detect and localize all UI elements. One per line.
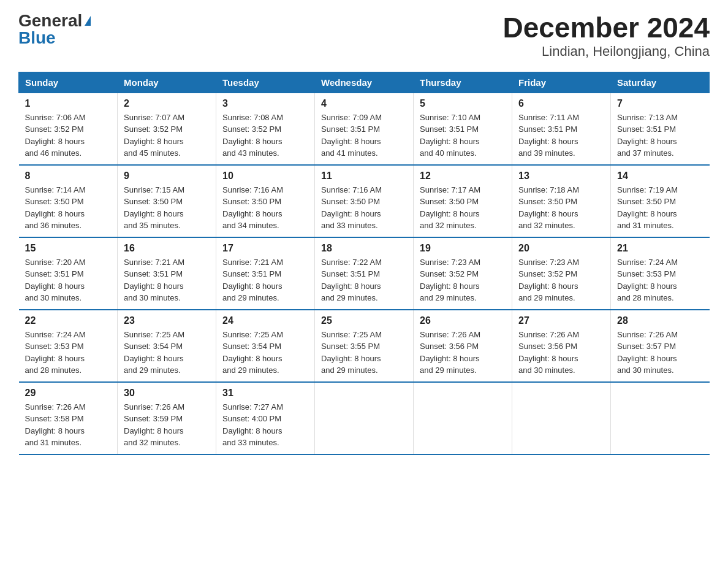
day-info: Sunrise: 7:23 AM Sunset: 3:52 PM Dayligh… [420, 256, 506, 304]
day-number: 26 [420, 315, 506, 326]
calendar-cell: 20Sunrise: 7:23 AM Sunset: 3:52 PM Dayli… [512, 237, 611, 310]
calendar-cell: 18Sunrise: 7:22 AM Sunset: 3:51 PM Dayli… [315, 237, 414, 310]
calendar-cell: 5Sunrise: 7:10 AM Sunset: 3:51 PM Daylig… [414, 93, 512, 165]
day-info: Sunrise: 7:19 AM Sunset: 3:50 PM Dayligh… [617, 184, 703, 232]
day-number: 14 [617, 170, 703, 182]
calendar-cell [315, 382, 414, 454]
day-info: Sunrise: 7:18 AM Sunset: 3:50 PM Dayligh… [518, 184, 604, 232]
calendar-cell: 21Sunrise: 7:24 AM Sunset: 3:53 PM Dayli… [611, 237, 710, 310]
header-sunday: Sunday [19, 72, 118, 93]
day-number: 12 [420, 170, 506, 182]
header-thursday: Thursday [414, 72, 512, 93]
day-info: Sunrise: 7:22 AM Sunset: 3:51 PM Dayligh… [321, 256, 407, 304]
day-number: 17 [222, 243, 308, 254]
logo-triangle-icon [85, 16, 91, 26]
day-number: 30 [124, 388, 210, 399]
day-number: 3 [222, 98, 308, 109]
day-number: 7 [617, 98, 703, 109]
day-info: Sunrise: 7:26 AM Sunset: 3:56 PM Dayligh… [518, 329, 604, 377]
day-info: Sunrise: 7:26 AM Sunset: 3:58 PM Dayligh… [25, 401, 112, 449]
calendar-cell: 2Sunrise: 7:07 AM Sunset: 3:52 PM Daylig… [118, 93, 216, 165]
calendar-cell: 11Sunrise: 7:16 AM Sunset: 3:50 PM Dayli… [315, 165, 414, 237]
logo-general-text: General [18, 12, 82, 29]
page-title: December 2024 [502, 12, 710, 44]
day-info: Sunrise: 7:17 AM Sunset: 3:50 PM Dayligh… [420, 184, 506, 232]
calendar-table: SundayMondayTuesdayWednesdayThursdayFrid… [18, 72, 710, 455]
day-number: 28 [617, 315, 703, 326]
calendar-cell: 19Sunrise: 7:23 AM Sunset: 3:52 PM Dayli… [414, 237, 512, 310]
day-info: Sunrise: 7:26 AM Sunset: 3:57 PM Dayligh… [617, 329, 703, 377]
day-info: Sunrise: 7:07 AM Sunset: 3:52 PM Dayligh… [124, 112, 210, 159]
day-number: 13 [518, 170, 604, 182]
day-info: Sunrise: 7:08 AM Sunset: 3:52 PM Dayligh… [222, 112, 308, 159]
header-friday: Friday [512, 72, 611, 93]
page-subtitle: Lindian, Heilongjiang, China [502, 44, 710, 59]
day-info: Sunrise: 7:24 AM Sunset: 3:53 PM Dayligh… [617, 256, 703, 304]
logo-blue-text: Blue [18, 28, 56, 47]
day-number: 11 [321, 170, 407, 182]
day-number: 1 [25, 98, 112, 109]
day-info: Sunrise: 7:15 AM Sunset: 3:50 PM Dayligh… [124, 184, 210, 232]
day-number: 5 [420, 98, 506, 109]
calendar-cell: 10Sunrise: 7:16 AM Sunset: 3:50 PM Dayli… [216, 165, 315, 237]
calendar-header-row: SundayMondayTuesdayWednesdayThursdayFrid… [19, 72, 710, 93]
day-info: Sunrise: 7:10 AM Sunset: 3:51 PM Dayligh… [420, 112, 506, 159]
day-info: Sunrise: 7:27 AM Sunset: 4:00 PM Dayligh… [222, 401, 308, 449]
calendar-cell: 14Sunrise: 7:19 AM Sunset: 3:50 PM Dayli… [611, 165, 710, 237]
calendar-cell: 13Sunrise: 7:18 AM Sunset: 3:50 PM Dayli… [512, 165, 611, 237]
day-info: Sunrise: 7:14 AM Sunset: 3:50 PM Dayligh… [25, 184, 112, 232]
title-block: December 2024 Lindian, Heilongjiang, Chi… [502, 12, 710, 59]
day-info: Sunrise: 7:11 AM Sunset: 3:51 PM Dayligh… [518, 112, 604, 159]
calendar-week-row: 22Sunrise: 7:24 AM Sunset: 3:53 PM Dayli… [19, 310, 710, 382]
day-info: Sunrise: 7:13 AM Sunset: 3:51 PM Dayligh… [617, 112, 703, 159]
calendar-cell: 27Sunrise: 7:26 AM Sunset: 3:56 PM Dayli… [512, 310, 611, 382]
page-header: General Blue December 2024 Lindian, Heil… [18, 12, 710, 59]
day-info: Sunrise: 7:25 AM Sunset: 3:55 PM Dayligh… [321, 329, 407, 377]
day-number: 31 [222, 388, 308, 399]
day-info: Sunrise: 7:25 AM Sunset: 3:54 PM Dayligh… [222, 329, 308, 377]
day-number: 23 [124, 315, 210, 326]
calendar-week-row: 15Sunrise: 7:20 AM Sunset: 3:51 PM Dayli… [19, 237, 710, 310]
calendar-cell: 15Sunrise: 7:20 AM Sunset: 3:51 PM Dayli… [19, 237, 118, 310]
day-number: 10 [222, 170, 308, 182]
calendar-cell: 7Sunrise: 7:13 AM Sunset: 3:51 PM Daylig… [611, 93, 710, 165]
calendar-cell: 29Sunrise: 7:26 AM Sunset: 3:58 PM Dayli… [19, 382, 118, 454]
calendar-cell: 26Sunrise: 7:26 AM Sunset: 3:56 PM Dayli… [414, 310, 512, 382]
logo: General Blue [18, 12, 91, 47]
calendar-week-row: 1Sunrise: 7:06 AM Sunset: 3:52 PM Daylig… [19, 93, 710, 165]
day-number: 25 [321, 315, 407, 326]
day-info: Sunrise: 7:06 AM Sunset: 3:52 PM Dayligh… [25, 112, 112, 159]
calendar-cell: 16Sunrise: 7:21 AM Sunset: 3:51 PM Dayli… [118, 237, 216, 310]
calendar-week-row: 8Sunrise: 7:14 AM Sunset: 3:50 PM Daylig… [19, 165, 710, 237]
calendar-cell: 31Sunrise: 7:27 AM Sunset: 4:00 PM Dayli… [216, 382, 315, 454]
day-number: 24 [222, 315, 308, 326]
day-info: Sunrise: 7:21 AM Sunset: 3:51 PM Dayligh… [124, 256, 210, 304]
calendar-week-row: 29Sunrise: 7:26 AM Sunset: 3:58 PM Dayli… [19, 382, 710, 454]
header-tuesday: Tuesday [216, 72, 315, 93]
header-monday: Monday [118, 72, 216, 93]
day-number: 20 [518, 243, 604, 254]
calendar-cell: 1Sunrise: 7:06 AM Sunset: 3:52 PM Daylig… [19, 93, 118, 165]
day-info: Sunrise: 7:24 AM Sunset: 3:53 PM Dayligh… [25, 329, 112, 377]
header-saturday: Saturday [611, 72, 710, 93]
day-number: 16 [124, 243, 210, 254]
calendar-cell [414, 382, 512, 454]
day-number: 8 [25, 170, 112, 182]
day-info: Sunrise: 7:26 AM Sunset: 3:59 PM Dayligh… [124, 401, 210, 449]
day-info: Sunrise: 7:16 AM Sunset: 3:50 PM Dayligh… [321, 184, 407, 232]
day-info: Sunrise: 7:09 AM Sunset: 3:51 PM Dayligh… [321, 112, 407, 159]
day-number: 29 [25, 388, 112, 399]
day-number: 9 [124, 170, 210, 182]
day-number: 21 [617, 243, 703, 254]
calendar-cell: 30Sunrise: 7:26 AM Sunset: 3:59 PM Dayli… [118, 382, 216, 454]
calendar-cell: 8Sunrise: 7:14 AM Sunset: 3:50 PM Daylig… [19, 165, 118, 237]
day-number: 2 [124, 98, 210, 109]
calendar-cell: 4Sunrise: 7:09 AM Sunset: 3:51 PM Daylig… [315, 93, 414, 165]
day-info: Sunrise: 7:26 AM Sunset: 3:56 PM Dayligh… [420, 329, 506, 377]
calendar-cell: 22Sunrise: 7:24 AM Sunset: 3:53 PM Dayli… [19, 310, 118, 382]
day-info: Sunrise: 7:23 AM Sunset: 3:52 PM Dayligh… [518, 256, 604, 304]
calendar-cell [611, 382, 710, 454]
calendar-cell: 3Sunrise: 7:08 AM Sunset: 3:52 PM Daylig… [216, 93, 315, 165]
day-number: 6 [518, 98, 604, 109]
day-number: 22 [25, 315, 112, 326]
